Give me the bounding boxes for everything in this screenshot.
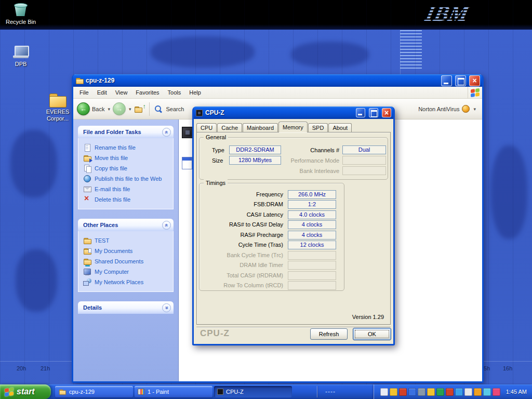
- file-icon-chip[interactable]: [182, 127, 193, 138]
- start-label: start: [17, 387, 35, 396]
- menu-tools[interactable]: Tools: [164, 89, 185, 96]
- place-my-computer[interactable]: My Computer: [83, 267, 171, 277]
- back-label: Back: [92, 106, 104, 112]
- tab-memory[interactable]: Memory: [278, 122, 308, 132]
- tray-icon[interactable]: [418, 388, 425, 396]
- back-dropdown-icon[interactable]: ▾: [108, 107, 110, 112]
- menu-view[interactable]: View: [111, 89, 132, 96]
- panel-header-details[interactable]: Details «: [78, 301, 174, 314]
- tray-icon[interactable]: [380, 388, 388, 396]
- menu-help[interactable]: Help: [185, 89, 205, 96]
- place-label: My Network Places: [95, 279, 143, 285]
- maximize-button[interactable]: [455, 75, 466, 86]
- tray-icon[interactable]: [427, 388, 435, 396]
- ras-to-cas-field[interactable]: 4 clocks: [288, 220, 336, 229]
- cpuz-title-bar[interactable]: CPU-Z ×: [194, 107, 393, 119]
- ras-precharge-label: RAS# Precharge: [202, 231, 283, 240]
- maximize-button[interactable]: [369, 108, 378, 117]
- task-pane: File and Folder Tasks « Rename this file…: [73, 119, 179, 381]
- tray-icon[interactable]: [474, 388, 482, 396]
- cpuz-window-title: CPU-Z: [205, 109, 352, 116]
- task-move-file[interactable]: Move this file: [83, 153, 171, 163]
- forward-button[interactable]: → ▾: [113, 102, 132, 115]
- menu-edit[interactable]: Edit: [93, 89, 111, 96]
- norton-icon: [462, 105, 470, 113]
- task-delete-file[interactable]: Delete this file: [83, 194, 171, 205]
- menu-file[interactable]: File: [75, 89, 93, 96]
- frequency-field[interactable]: 266.0 MHz: [288, 190, 336, 199]
- minimize-button[interactable]: [356, 108, 365, 117]
- task-rename-file[interactable]: Rename this file: [83, 142, 171, 153]
- taskbar-task-cpu-z-129[interactable]: cpu-z-129: [55, 386, 133, 397]
- taskbar-task-paint[interactable]: 1 - Paint: [135, 386, 212, 397]
- task-email-file[interactable]: E-mail this file: [83, 184, 171, 194]
- taskbar-clock[interactable]: 1:45 AM: [506, 389, 527, 395]
- row-to-column-label: Row To Column (tRCD): [202, 281, 283, 290]
- timezone-label: 21h: [41, 365, 50, 371]
- tray-icon[interactable]: [408, 388, 416, 396]
- minimize-button[interactable]: [441, 75, 452, 86]
- memory-type-field[interactable]: DDR2-SDRAM: [229, 145, 281, 154]
- tab-cpu[interactable]: CPU: [196, 123, 217, 132]
- tray-icon[interactable]: [399, 388, 407, 396]
- up-button[interactable]: ↑: [134, 105, 144, 113]
- desktop-icon-dpb[interactable]: DPB: [1, 46, 41, 68]
- memory-size-field[interactable]: 1280 MBytes: [229, 156, 281, 165]
- panel-header-other-places[interactable]: Other Places «: [78, 219, 174, 231]
- tab-mainboard[interactable]: Mainboard: [243, 123, 278, 132]
- tray-icon[interactable]: [493, 388, 500, 396]
- desktop-icon-label: DPB: [1, 61, 41, 68]
- close-button[interactable]: ×: [382, 108, 391, 117]
- start-button[interactable]: start: [0, 384, 51, 399]
- panel-header-file-tasks[interactable]: File and Folder Tasks «: [78, 126, 174, 138]
- norton-antivirus-button[interactable]: Norton AntiVirus ▾: [418, 105, 478, 113]
- tab-cache[interactable]: Cache: [217, 123, 242, 132]
- tray-icon[interactable]: [464, 388, 472, 396]
- tray-icon[interactable]: [390, 388, 397, 396]
- ok-button[interactable]: OK: [353, 328, 391, 340]
- cycle-time-field[interactable]: 12 clocks: [288, 241, 336, 249]
- network-places-icon: [83, 278, 91, 286]
- refresh-button[interactable]: Refresh: [310, 328, 348, 340]
- cycle-time-label: Cycle Time (Tras): [202, 241, 283, 249]
- place-test[interactable]: TEST: [83, 235, 171, 246]
- close-button[interactable]: ×: [469, 75, 480, 86]
- place-my-network[interactable]: My Network Places: [83, 277, 171, 287]
- place-my-documents[interactable]: My Documents: [83, 246, 171, 256]
- fsb-dram-label: FSB:DRAM: [202, 200, 283, 209]
- fsb-dram-field[interactable]: 1:2: [288, 200, 336, 209]
- collapse-button[interactable]: «: [162, 221, 171, 230]
- tab-about[interactable]: About: [328, 123, 352, 132]
- panel-title: File and Folder Tasks: [83, 129, 141, 135]
- task-publish-file[interactable]: Publish this file to the Web: [83, 174, 171, 184]
- dram-idle-timer-field: [288, 261, 336, 270]
- ras-precharge-field[interactable]: 4 clocks: [288, 231, 336, 240]
- desktop-icon-everes[interactable]: EVERES Corpor...: [41, 92, 75, 122]
- cas-latency-field[interactable]: 4.0 clocks: [288, 210, 336, 219]
- channels-field[interactable]: Dual: [342, 145, 386, 154]
- wallpaper-map-blob: [10, 130, 57, 197]
- desktop-icon-recycle-bin[interactable]: Recycle Bin: [1, 2, 41, 25]
- explorer-title-bar[interactable]: cpu-z-129 ×: [73, 74, 482, 87]
- collapse-button[interactable]: «: [162, 128, 171, 137]
- task-copy-file[interactable]: Copy this file: [83, 163, 171, 174]
- file-icon-doc[interactable]: [182, 157, 192, 169]
- tray-icon[interactable]: [446, 388, 454, 396]
- memory-tab-page: General Type DDR2-SDRAM Size 1280 MBytes…: [196, 132, 391, 325]
- forward-dropdown-icon[interactable]: ▾: [129, 107, 131, 112]
- tab-spd[interactable]: SPD: [308, 123, 328, 132]
- tray-icon[interactable]: [455, 388, 463, 396]
- taskbar-toolbar-handle[interactable]: ----: [325, 388, 336, 395]
- expand-button[interactable]: «: [162, 303, 171, 312]
- place-shared-documents[interactable]: Shared Documents: [83, 256, 171, 267]
- back-button[interactable]: ← Back ▾: [77, 102, 111, 115]
- ibm-logo: IBM: [422, 1, 496, 26]
- total-cas-field: [288, 271, 336, 280]
- menu-favorites[interactable]: Favorites: [131, 89, 163, 96]
- norton-dropdown-icon[interactable]: ▾: [473, 107, 476, 112]
- search-button[interactable]: Search: [154, 105, 184, 113]
- tray-icon[interactable]: [436, 388, 444, 396]
- taskbar-task-cpuz[interactable]: CPU-Z: [214, 386, 292, 397]
- folder-icon: [75, 76, 84, 85]
- tray-icon[interactable]: [483, 388, 491, 396]
